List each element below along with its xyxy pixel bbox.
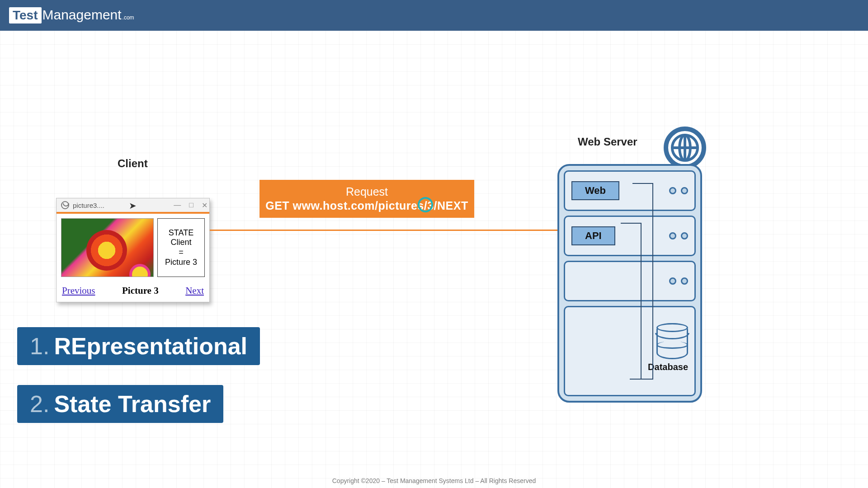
- server-stack: Web API: [557, 164, 702, 403]
- rest-bullet-2-text: State Transfer: [54, 391, 211, 417]
- client-window: picture3.... ➤ — □ ✕ STATE Client = Pict…: [56, 198, 210, 302]
- maximize-icon[interactable]: □: [189, 201, 193, 210]
- rest-bullet-1: 1.REpresentational: [17, 327, 260, 365]
- rack-unit-api: API: [564, 216, 696, 256]
- led-icon: [669, 232, 676, 239]
- window-title: picture3....: [73, 202, 104, 209]
- state-eq: =: [179, 248, 184, 258]
- wire-line: [632, 183, 653, 184]
- rest-bullet-2-num: 2.: [30, 391, 49, 417]
- rest-bullet-1-text: REpresentational: [54, 333, 247, 359]
- api-box-label: API: [571, 226, 615, 245]
- rest-bullet-2: 2.State Transfer: [17, 385, 223, 423]
- rack-unit-web: Web: [564, 170, 696, 211]
- database-icon: [656, 323, 688, 359]
- nav-row: Previous Picture 3 Next: [57, 282, 209, 302]
- minimize-icon[interactable]: —: [174, 201, 181, 210]
- web-box-label: Web: [571, 181, 619, 200]
- client-body: STATE Client = Picture 3: [57, 212, 209, 282]
- rack-lights: [669, 232, 688, 239]
- current-picture-label: Picture 3: [122, 285, 159, 296]
- rack-unit-blank: [564, 261, 696, 301]
- wire-line: [621, 223, 642, 224]
- globe-icon: [61, 201, 69, 209]
- rack-unit-database: Database: [564, 306, 696, 396]
- footer-copyright: Copyright ©2020 – Test Management System…: [0, 477, 868, 484]
- window-controls: — □ ✕: [174, 201, 208, 210]
- brand-logo: Test Management .com: [9, 7, 134, 23]
- state-line-2: Client: [170, 238, 191, 248]
- wire-line: [630, 379, 653, 380]
- server-rack: Web API: [557, 164, 702, 403]
- database-label: Database: [648, 362, 688, 372]
- logo-test: Test: [9, 7, 42, 23]
- state-line-3: Picture 3: [165, 258, 197, 267]
- next-link[interactable]: Next: [185, 285, 204, 296]
- highlight-circle: [418, 197, 433, 212]
- led-icon: [681, 187, 688, 194]
- led-icon: [669, 187, 676, 194]
- cursor-icon: ➤: [129, 200, 137, 211]
- previous-link[interactable]: Previous: [62, 285, 95, 296]
- state-line-1: STATE: [169, 228, 193, 238]
- rest-bullet-1-num: 1.: [30, 333, 49, 359]
- request-box: Request GET www.host.com/pictures/3/NEXT: [259, 180, 474, 218]
- rack-lights: [669, 277, 688, 285]
- request-arrow-line: [210, 230, 563, 231]
- led-icon: [681, 277, 688, 285]
- led-icon: [669, 277, 676, 285]
- state-box: STATE Client = Picture 3: [157, 218, 205, 277]
- logo-management: Management: [42, 7, 122, 23]
- request-title: Request: [263, 185, 471, 198]
- close-icon[interactable]: ✕: [202, 201, 208, 210]
- request-url: GET www.host.com/pictures/3/NEXT: [263, 199, 471, 212]
- picture-thumbnail: [61, 218, 154, 277]
- diagram-stage: Client picture3.... ➤ — □ ✕ STATE Client…: [0, 31, 868, 488]
- web-globe-icon: [664, 127, 706, 169]
- title-bar: picture3.... ➤ — □ ✕: [57, 198, 209, 212]
- led-icon: [681, 232, 688, 239]
- rack-lights: [669, 187, 688, 194]
- header-bar: Test Management .com: [0, 0, 868, 31]
- wire-line: [652, 183, 653, 380]
- wire-line: [641, 223, 642, 380]
- server-label: Web Server: [578, 136, 637, 148]
- client-label: Client: [118, 157, 148, 170]
- logo-dotcom: .com: [123, 14, 134, 21]
